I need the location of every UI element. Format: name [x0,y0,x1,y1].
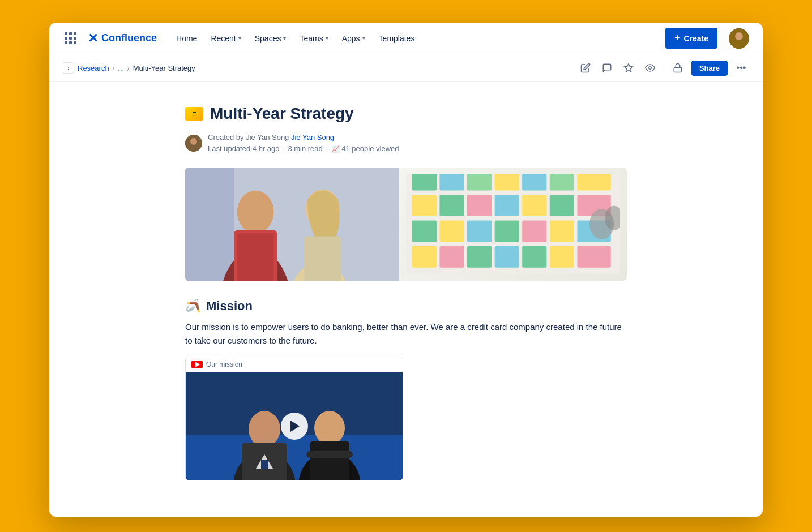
create-plus-icon: + [674,32,681,44]
svg-rect-39 [550,221,574,242]
nav-teams[interactable]: Teams ▾ [294,31,334,46]
author-row: Created by Jie Yan Song Jie Yan Song Las… [185,132,627,154]
svg-rect-27 [412,195,437,216]
page-title: Multi-Year Strategy [210,105,354,123]
svg-rect-26 [577,174,610,191]
video-embed: Our mission [185,357,403,480]
nav-templates[interactable]: Templates [373,31,421,46]
section-title-row: 🪃 Mission [185,299,627,314]
user-avatar[interactable] [729,28,749,49]
svg-point-53 [249,411,280,447]
hero-image [185,168,627,281]
navbar: ✕ Confluence Home Recent ▾ Spaces ▾ Team… [49,23,763,54]
breadcrumb-root[interactable]: Research [78,64,109,72]
author-avatar [185,135,202,152]
more-options-button[interactable]: ••• [733,60,749,76]
mission-section: 🪃 Mission Our mission is to empower user… [185,299,627,480]
nav-recent[interactable]: Recent ▾ [205,31,246,46]
svg-rect-56 [261,460,268,469]
svg-rect-25 [550,174,574,191]
svg-rect-59 [310,441,349,480]
lock-icon[interactable] [670,60,686,76]
breadcrumb-current: Multi-Year Strategy [133,64,195,72]
breadcrumb: › Research / ... / Multi-Year Strategy [63,62,195,74]
title-emoji-box: ≡ [185,107,203,121]
create-button[interactable]: + + Create Create [665,28,717,49]
author-name[interactable]: Jie Yan Song [291,133,334,141]
breadcrumb-ellipsis[interactable]: ... [118,64,124,72]
svg-rect-41 [412,246,437,268]
avatar-image [729,28,749,49]
svg-rect-18 [305,237,341,281]
svg-rect-34 [412,221,437,242]
svg-rect-11 [185,168,234,281]
play-button[interactable] [281,413,308,440]
svg-rect-42 [439,246,464,268]
content-area: ≡ Multi-Year Strategy Created by Jie Yan… [151,82,661,517]
nav-apps[interactable]: Apps ▾ [336,31,371,46]
title-emoji: ≡ [192,109,196,118]
author-info: Created by Jie Yan Song Jie Yan Song Las… [208,132,399,154]
youtube-play-icon [195,362,200,367]
toolbar-divider [664,62,664,74]
hero-left-panel [185,168,399,281]
spaces-chevron: ▾ [283,35,286,41]
share-button[interactable]: Share [691,61,728,76]
svg-rect-35 [439,221,464,242]
svg-rect-23 [495,174,519,191]
edit-icon[interactable] [578,60,593,76]
svg-rect-28 [439,195,464,216]
view-icon[interactable] [642,60,658,76]
nav-spaces[interactable]: Spaces ▾ [249,31,292,46]
svg-rect-30 [495,195,519,216]
breadcrumb-bar: › Research / ... / Multi-Year Strategy [49,54,763,82]
mission-heading: Mission [206,299,253,314]
svg-point-5 [649,67,652,70]
svg-rect-20 [412,174,437,191]
svg-rect-21 [439,174,464,191]
svg-rect-36 [467,221,492,242]
content-scroll[interactable]: ≡ Multi-Year Strategy Created by Jie Yan… [49,82,763,517]
star-icon[interactable] [621,60,636,76]
breadcrumb-sep-1: / [113,64,115,72]
svg-rect-24 [522,174,546,191]
app-name: Confluence [101,32,157,44]
confluence-logo-icon: ✕ [88,31,98,46]
youtube-icon [191,361,203,368]
nav-home[interactable]: Home [170,31,203,46]
grid-icon [65,32,77,45]
svg-rect-51 [186,435,403,480]
hero-right-panel [399,168,627,281]
svg-rect-15 [237,233,274,281]
apps-chevron: ▾ [362,35,365,41]
svg-rect-37 [495,221,519,242]
svg-rect-22 [467,174,492,191]
browser-window: ✕ Confluence Home Recent ▾ Spaces ▾ Team… [49,23,763,517]
svg-rect-47 [577,246,610,268]
svg-rect-32 [550,195,574,216]
mission-text: Our mission is to empower users to do ba… [185,320,627,347]
video-label-bar: Our mission [186,357,403,372]
toolbar-right: Share ••• [578,60,749,76]
logo[interactable]: ✕ Confluence [88,31,157,46]
mission-emoji: 🪃 [185,299,200,314]
trend-icon: 📈 [331,145,340,153]
svg-point-13 [237,191,274,234]
svg-marker-4 [624,64,632,72]
nav-links: Home Recent ▾ Spaces ▾ Teams ▾ Apps ▾ Te… [170,31,661,46]
svg-rect-46 [550,246,574,268]
comment-icon[interactable] [599,60,615,76]
svg-rect-43 [467,246,492,268]
svg-rect-6 [674,67,682,72]
breadcrumb-sep-2: / [127,64,130,72]
app-switcher-button[interactable] [63,31,79,46]
svg-rect-44 [495,246,519,268]
sidebar-toggle[interactable]: › [63,62,74,74]
play-icon [290,421,300,432]
teams-chevron: ▾ [326,35,328,41]
video-thumbnail[interactable] [186,372,403,480]
svg-point-58 [314,411,345,445]
svg-point-3 [736,33,742,40]
svg-rect-29 [467,195,492,216]
recent-chevron: ▾ [238,35,241,41]
